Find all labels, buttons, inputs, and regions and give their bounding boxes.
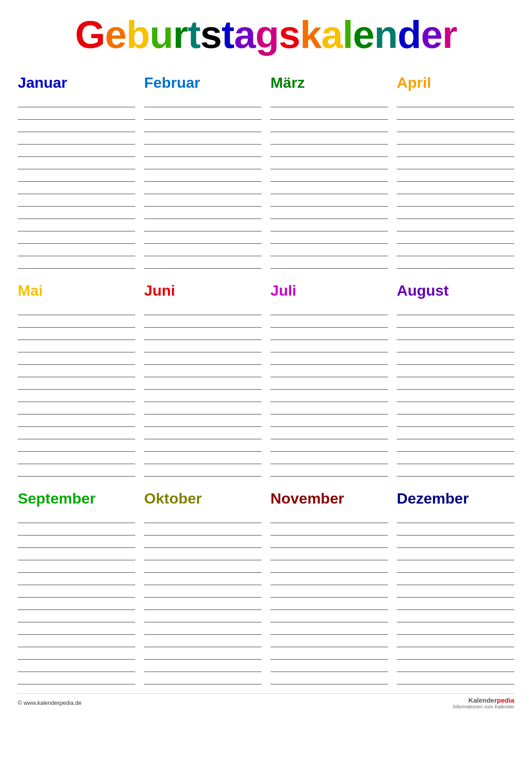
line[interactable]	[18, 120, 135, 132]
line[interactable]	[270, 107, 388, 120]
line[interactable]	[18, 340, 135, 352]
line[interactable]	[397, 439, 514, 452]
line[interactable]	[270, 377, 388, 390]
line[interactable]	[144, 672, 262, 684]
line[interactable]	[144, 231, 262, 244]
line[interactable]	[18, 145, 135, 157]
line[interactable]	[397, 573, 514, 585]
line[interactable]	[270, 610, 388, 622]
line[interactable]	[18, 328, 135, 340]
line[interactable]	[270, 535, 388, 548]
line[interactable]	[270, 231, 388, 244]
line[interactable]	[144, 647, 262, 660]
line[interactable]	[270, 390, 388, 402]
line[interactable]	[144, 157, 262, 169]
line[interactable]	[270, 672, 388, 684]
line[interactable]	[270, 585, 388, 598]
line[interactable]	[270, 511, 388, 523]
line[interactable]	[18, 207, 135, 219]
line[interactable]	[397, 647, 514, 660]
line[interactable]	[144, 452, 262, 464]
line[interactable]	[144, 660, 262, 672]
line[interactable]	[270, 452, 388, 464]
line[interactable]	[270, 169, 388, 182]
line[interactable]	[144, 610, 262, 622]
line[interactable]	[397, 427, 514, 439]
line[interactable]	[270, 315, 388, 328]
line[interactable]	[18, 132, 135, 145]
line[interactable]	[144, 585, 262, 598]
line[interactable]	[144, 414, 262, 427]
line[interactable]	[18, 402, 135, 414]
line[interactable]	[144, 598, 262, 610]
line[interactable]	[144, 573, 262, 585]
line[interactable]	[18, 647, 135, 660]
line[interactable]	[397, 523, 514, 535]
line[interactable]	[397, 194, 514, 207]
line[interactable]	[397, 548, 514, 560]
line[interactable]	[397, 365, 514, 377]
line[interactable]	[397, 328, 514, 340]
line[interactable]	[18, 610, 135, 622]
line[interactable]	[18, 660, 135, 672]
line[interactable]	[144, 560, 262, 573]
line[interactable]	[144, 328, 262, 340]
line[interactable]	[270, 622, 388, 635]
line[interactable]	[270, 244, 388, 256]
line[interactable]	[144, 182, 262, 194]
line[interactable]	[270, 95, 388, 107]
line[interactable]	[18, 303, 135, 315]
line[interactable]	[397, 244, 514, 256]
line[interactable]	[18, 231, 135, 244]
line[interactable]	[144, 194, 262, 207]
line[interactable]	[144, 365, 262, 377]
line[interactable]	[144, 377, 262, 390]
line[interactable]	[144, 439, 262, 452]
line[interactable]	[144, 244, 262, 256]
line[interactable]	[397, 182, 514, 194]
line[interactable]	[270, 560, 388, 573]
line[interactable]	[270, 120, 388, 132]
line[interactable]	[18, 672, 135, 684]
line[interactable]	[144, 120, 262, 132]
line[interactable]	[397, 207, 514, 219]
line[interactable]	[397, 352, 514, 365]
line[interactable]	[397, 414, 514, 427]
line[interactable]	[144, 207, 262, 219]
line[interactable]	[18, 414, 135, 427]
line[interactable]	[397, 157, 514, 169]
line[interactable]	[270, 207, 388, 219]
line[interactable]	[397, 132, 514, 145]
line[interactable]	[270, 182, 388, 194]
line[interactable]	[144, 145, 262, 157]
line[interactable]	[397, 598, 514, 610]
line[interactable]	[18, 535, 135, 548]
line[interactable]	[397, 535, 514, 548]
line[interactable]	[144, 95, 262, 107]
line[interactable]	[270, 598, 388, 610]
line[interactable]	[270, 548, 388, 560]
line[interactable]	[270, 145, 388, 157]
line[interactable]	[397, 390, 514, 402]
line[interactable]	[270, 352, 388, 365]
line[interactable]	[18, 157, 135, 169]
line[interactable]	[397, 610, 514, 622]
line[interactable]	[144, 548, 262, 560]
line[interactable]	[18, 377, 135, 390]
line[interactable]	[18, 598, 135, 610]
line[interactable]	[397, 145, 514, 157]
line[interactable]	[144, 402, 262, 414]
line[interactable]	[18, 107, 135, 120]
line[interactable]	[18, 635, 135, 647]
line[interactable]	[270, 635, 388, 647]
line[interactable]	[18, 585, 135, 598]
line[interactable]	[270, 194, 388, 207]
line[interactable]	[397, 560, 514, 573]
line[interactable]	[144, 464, 262, 477]
line[interactable]	[18, 182, 135, 194]
line[interactable]	[18, 95, 135, 107]
line[interactable]	[144, 352, 262, 365]
line[interactable]	[397, 464, 514, 477]
line[interactable]	[18, 523, 135, 535]
line[interactable]	[270, 328, 388, 340]
